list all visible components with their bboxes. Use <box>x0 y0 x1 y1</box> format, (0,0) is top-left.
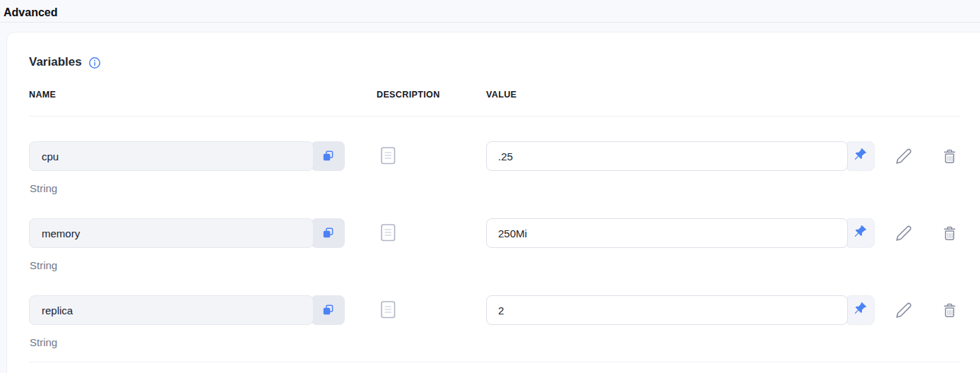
edit-variable-button[interactable] <box>895 302 912 321</box>
edit-variable-button[interactable] <box>895 225 912 244</box>
delete-variable-button[interactable] <box>941 302 958 321</box>
variable-value-input[interactable]: 2 <box>486 295 848 325</box>
description-button[interactable] <box>381 224 396 244</box>
variable-name-input[interactable]: replica <box>29 295 314 325</box>
variable-row-replica: replica String <box>29 295 958 348</box>
copy-button[interactable] <box>311 218 345 248</box>
pin-icon <box>854 302 867 318</box>
copy-icon <box>321 148 335 165</box>
variables-title-row: Variables <box>29 55 958 69</box>
variable-value-input[interactable]: 250Mi <box>486 218 848 248</box>
name-input-group: cpu <box>29 141 377 171</box>
delete-variable-button[interactable] <box>941 148 958 167</box>
table-column-headers: NAME DESCRIPTION VALUE <box>29 90 958 100</box>
variable-type-label: String <box>29 259 377 271</box>
description-column <box>377 141 486 167</box>
variable-value-input[interactable]: .25 <box>486 141 848 171</box>
name-input-group: memory <box>29 218 377 248</box>
variable-type-label: String <box>29 336 377 348</box>
copy-button[interactable] <box>311 141 345 171</box>
trash-icon <box>941 148 958 167</box>
copy-button[interactable] <box>311 295 345 325</box>
pencil-icon <box>895 148 912 167</box>
delete-variable-button[interactable] <box>941 225 958 244</box>
value-input-group: .25 <box>486 141 882 171</box>
variable-name-input[interactable]: cpu <box>29 141 314 171</box>
pin-icon <box>854 225 867 241</box>
column-header-description: DESCRIPTION <box>377 90 486 100</box>
pencil-icon <box>895 302 912 321</box>
variables-card: Variables NAME DESCRIPTION VALUE cpu <box>6 32 980 373</box>
copy-icon <box>321 302 335 319</box>
variable-name-input[interactable]: memory <box>29 218 314 248</box>
variable-type-label: String <box>29 182 377 194</box>
name-column: cpu String <box>29 141 377 194</box>
column-header-value: VALUE <box>486 90 958 100</box>
pin-button[interactable] <box>845 218 875 248</box>
variables-section-title: Variables <box>29 55 82 69</box>
note-icon <box>381 224 396 244</box>
pin-button[interactable] <box>845 141 875 171</box>
value-input-group: 2 <box>486 295 882 325</box>
pencil-icon <box>895 225 912 244</box>
copy-icon <box>321 225 335 242</box>
variables-rows: cpu String <box>29 141 958 348</box>
value-column: .25 <box>486 141 882 171</box>
description-button[interactable] <box>381 147 396 167</box>
pin-icon <box>854 148 867 164</box>
column-header-name: NAME <box>29 90 377 100</box>
section-header: Advanced <box>0 0 980 23</box>
bottom-divider <box>29 362 960 362</box>
trash-icon <box>941 302 958 321</box>
note-icon <box>381 147 396 167</box>
name-input-group: replica <box>29 295 377 325</box>
trash-icon <box>941 225 958 244</box>
header-divider <box>29 116 960 117</box>
value-input-group: 250Mi <box>486 218 882 248</box>
pin-button[interactable] <box>845 295 875 325</box>
variable-row-memory: memory String <box>29 218 958 271</box>
info-circle-icon[interactable] <box>88 57 101 69</box>
name-column: memory String <box>29 218 377 271</box>
note-icon <box>381 301 396 321</box>
page-title: Advanced <box>4 6 980 19</box>
description-column <box>377 218 486 244</box>
description-column <box>377 295 486 321</box>
variable-row-cpu: cpu String <box>29 141 958 194</box>
value-column: 2 <box>486 295 882 325</box>
name-column: replica String <box>29 295 377 348</box>
value-column: 250Mi <box>486 218 882 248</box>
description-button[interactable] <box>381 301 396 321</box>
edit-variable-button[interactable] <box>895 148 912 167</box>
